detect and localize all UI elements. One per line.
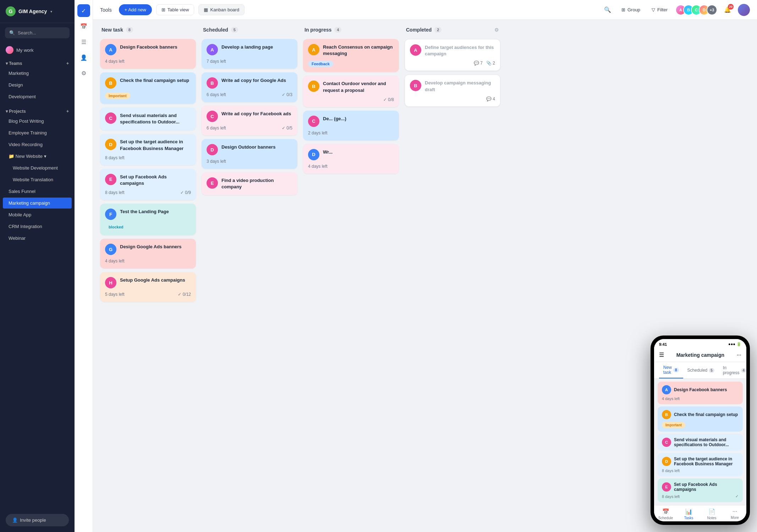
icon-person[interactable]: 👤 xyxy=(77,51,90,64)
card-reach-consensus[interactable]: A Reach Consensus on campaign messaging … xyxy=(303,39,399,72)
card-avatar: B xyxy=(105,77,116,89)
notification-button[interactable]: 🔔 20 xyxy=(722,4,734,16)
sidebar-item-marketing[interactable]: Marketing xyxy=(3,68,72,79)
card-define-target-audiences[interactable]: A Define target audiences for this campa… xyxy=(405,39,500,71)
search-button[interactable]: 🔍 xyxy=(602,4,614,16)
mobile-nav-schedule[interactable]: 📅 Schedule xyxy=(654,508,677,520)
column-settings-icon[interactable]: ⚙ xyxy=(494,27,499,33)
sidebar-item-website[interactable]: 📁 New Website ▾ xyxy=(3,151,72,162)
my-work-label: My work xyxy=(16,48,33,53)
mobile-tab-new-task[interactable]: New task 8 xyxy=(659,362,683,378)
column-title-new-task: New task 8 xyxy=(102,27,133,33)
card-facebook-ads-campaigns[interactable]: E Set up Facebook Ads campaigns 8 days l… xyxy=(100,169,196,200)
column-header-scheduled: Scheduled 5 xyxy=(202,27,297,35)
badge-feedback: Feedback xyxy=(308,61,333,67)
card-avatar: D xyxy=(308,149,319,160)
sidebar-item-webinar[interactable]: Webinar xyxy=(3,233,72,244)
sidebar-item-blog[interactable]: Blog Post Writing xyxy=(3,116,72,127)
sidebar-item-sales[interactable]: Sales Funnel xyxy=(3,186,72,197)
mobile-card-1[interactable]: A Design Facebook banners 4 days left xyxy=(658,382,743,404)
mobile-card-5[interactable]: E Set up Facebook Ads campaigns 8 days l… xyxy=(658,478,743,502)
card-design-outdoor-banners[interactable]: D Design Outdoor banners 3 days left xyxy=(202,139,297,169)
mobile-card-avatar: A xyxy=(662,385,671,394)
sidebar-item-design[interactable]: Design xyxy=(3,79,72,90)
icon-settings[interactable]: ⚙ xyxy=(77,67,90,79)
mobile-more-icon[interactable]: ··· xyxy=(737,352,741,358)
card-write-google-ads-copy[interactable]: B Write ad copy for Google Ads 6 days le… xyxy=(202,72,297,102)
column-in-progress: In progress 4 A Reach Consensus on campa… xyxy=(303,27,399,525)
sidebar-my-work[interactable]: My work xyxy=(0,43,75,57)
card-days: 7 days left xyxy=(207,59,226,64)
mobile-card-3[interactable]: C Send visual materials and specificatio… xyxy=(658,434,743,451)
card-check-campaign-setup[interactable]: B Check the final campaign setup Importa… xyxy=(100,72,196,104)
sidebar-item-mobile[interactable]: Mobile App xyxy=(3,209,72,220)
card-in-progress-3[interactable]: C De... (ge...) 2 days left xyxy=(303,111,399,140)
card-title: Wr... xyxy=(323,149,333,155)
icon-list[interactable]: ☰ xyxy=(77,35,90,48)
card-target-audience-facebook[interactable]: D Set up the target audience in Facebook… xyxy=(100,134,196,165)
card-days: 6 days left xyxy=(207,92,226,97)
mobile-tab-in-progress[interactable]: In progress 4 xyxy=(719,362,746,378)
sidebar-item-web-dev[interactable]: Website Development xyxy=(3,162,72,173)
mobile-card-days: 8 days left xyxy=(662,469,680,473)
card-write-facebook-ads-copy[interactable]: C Write ad copy for Facebook ads 6 days … xyxy=(202,106,297,135)
sidebar-item-training[interactable]: Employee Training xyxy=(3,127,72,138)
sidebar-chevron-icon: ▾ xyxy=(50,10,52,13)
sidebar-item-development[interactable]: Development xyxy=(3,91,72,102)
mobile-menu-icon[interactable]: ☰ xyxy=(659,351,664,358)
mobile-nav-notes[interactable]: 📄 Notes xyxy=(700,508,723,520)
filter-button[interactable]: ▽ Filter xyxy=(648,5,671,15)
group-button[interactable]: ⊞ Group xyxy=(618,5,644,15)
column-new-task: New task 8 A Design Facebook banners 4 d… xyxy=(100,27,196,525)
user-avatar[interactable] xyxy=(738,4,750,16)
card-setup-google-ads-campaigns[interactable]: H Setup Google Ads campaigns 5 days left… xyxy=(100,272,196,302)
card-title: Write ad copy for Google Ads xyxy=(221,77,286,84)
sidebar-item-marketing-campaign[interactable]: Marketing campaign xyxy=(3,198,72,209)
kanban-board-button[interactable]: ▦ Kanban board xyxy=(198,4,245,15)
card-title: De... (ge...) xyxy=(323,116,346,122)
card-title: Setup Google Ads campaigns xyxy=(120,277,185,283)
teams-add-icon[interactable]: + xyxy=(66,61,69,66)
invite-people-button[interactable]: 👤 Invite people xyxy=(6,514,69,526)
card-design-google-ads-banners[interactable]: G Design Google Ads banners 4 days left xyxy=(100,239,196,268)
sidebar-header[interactable]: G GIM Agency ▾ xyxy=(0,0,75,23)
sidebar-search[interactable]: 🔍 Search... xyxy=(5,27,70,38)
card-title: Write ad copy for Facebook ads xyxy=(221,111,291,117)
mobile-tab-scheduled[interactable]: Scheduled 5 xyxy=(683,362,719,378)
icon-tasks[interactable]: ✓ xyxy=(77,4,90,17)
card-test-landing-page[interactable]: F Test the Landing Page blocked xyxy=(100,204,196,235)
card-avatar: F xyxy=(105,209,116,220)
sidebar-item-video[interactable]: Video Recording xyxy=(3,139,72,150)
card-avatar: A xyxy=(207,44,218,55)
card-develop-landing-page[interactable]: A Develop a landing page 7 days left xyxy=(202,39,297,69)
card-in-progress-4[interactable]: D Wr... 4 days left xyxy=(303,144,399,174)
card-days: 4 days left xyxy=(105,259,125,264)
search-icon: 🔍 xyxy=(9,30,15,35)
card-meta: ✓ 0/9 xyxy=(180,190,191,195)
table-view-button[interactable]: ⊞ Table view xyxy=(156,4,194,15)
projects-add-icon[interactable]: + xyxy=(66,109,69,114)
mobile-card-2[interactable]: B Check the final campaign setup Importa… xyxy=(658,406,743,432)
mobile-card-4[interactable]: D Set up the target audience in Facebook… xyxy=(658,453,743,476)
badge-important: Important xyxy=(105,93,130,99)
sidebar-item-web-trans[interactable]: Website Translation xyxy=(3,174,72,185)
card-days: 5 days left xyxy=(105,292,125,297)
card-develop-campaign-messaging-draft[interactable]: B Develop campaign messaging draft 💬 4 xyxy=(405,74,500,106)
sidebar-item-crm[interactable]: CRM Integration xyxy=(3,221,72,232)
mobile-nav-more[interactable]: ··· More xyxy=(723,508,746,520)
mobile-card-title: Design Facebook banners xyxy=(674,387,727,392)
card-send-visual-materials[interactable]: C Send visual materials and specificatio… xyxy=(100,107,196,130)
card-title: Design Facebook banners xyxy=(120,44,177,50)
card-design-facebook-banners[interactable]: A Design Facebook banners 4 days left xyxy=(100,39,196,69)
icon-calendar[interactable]: 📅 xyxy=(77,20,90,33)
card-avatar: A xyxy=(308,44,319,55)
mobile-overlay: 9:41 ●●● 🔋 ☰ Marketing campaign ··· New … xyxy=(651,336,750,525)
projects-section-header: ▾ Projects + xyxy=(0,105,75,115)
card-days: 4 days left xyxy=(308,164,328,169)
mobile-nav-tasks[interactable]: 📊 Tasks xyxy=(677,508,700,520)
card-find-video-production[interactable]: E Find a video production company xyxy=(202,172,297,195)
kanban-icon: ▦ xyxy=(204,7,208,12)
card-contact-outdoor-vendor[interactable]: B Contact Ourdoor vendor and request a p… xyxy=(303,76,399,107)
add-new-button[interactable]: + Add new xyxy=(119,4,152,15)
card-avatar: A xyxy=(105,44,116,55)
